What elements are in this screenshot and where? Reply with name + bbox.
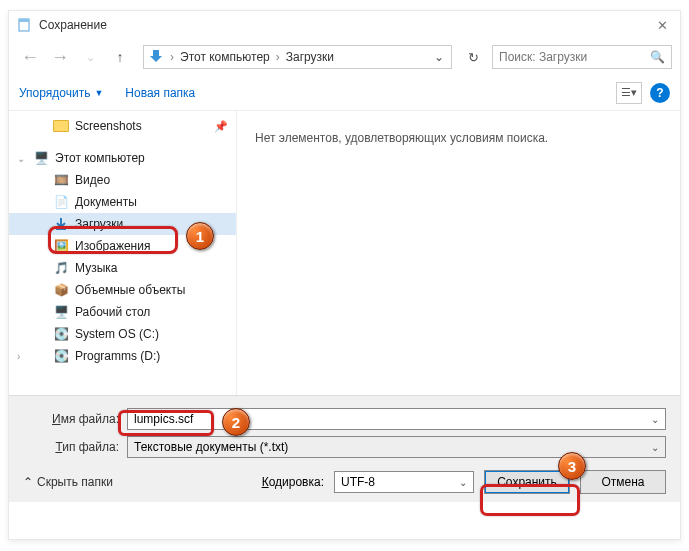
filetype-select[interactable]: Текстовые документы (*.txt) ⌄: [127, 436, 666, 458]
chevron-down-icon: ▼: [94, 88, 103, 98]
encoding-select[interactable]: UTF-8 ⌄: [334, 471, 474, 493]
help-button[interactable]: ?: [650, 83, 670, 103]
toolbar: Упорядочить ▼ Новая папка ☰▾ ?: [9, 75, 680, 111]
window-title: Сохранение: [39, 18, 107, 32]
hide-folders-toggle[interactable]: ⌃ Скрыть папки: [23, 475, 113, 489]
folder-tree: Screenshots 📌 ⌄ 🖥️ Этот компьютер 🎞️ Вид…: [9, 111, 237, 395]
cancel-button[interactable]: Отмена: [580, 470, 666, 494]
chevron-down-icon[interactable]: ⌄: [645, 442, 659, 453]
chevron-up-icon: ⌃: [23, 475, 33, 489]
forward-button[interactable]: →: [47, 44, 73, 70]
empty-message: Нет элементов, удовлетворяющих условиям …: [255, 131, 548, 145]
path-root[interactable]: Этот компьютер: [180, 50, 270, 64]
filename-label: Имя файла:: [23, 412, 119, 426]
dialog-body: Screenshots 📌 ⌄ 🖥️ Этот компьютер 🎞️ Вид…: [9, 111, 680, 395]
tree-item-system-os[interactable]: 💽 System OS (C:): [9, 323, 236, 345]
drive-icon: 💽: [53, 349, 69, 363]
chevron-down-icon[interactable]: ⌄: [645, 414, 659, 425]
close-button[interactable]: ✕: [652, 15, 672, 35]
pin-icon: 📌: [214, 120, 228, 133]
filetype-row: Тип файла: Текстовые документы (*.txt) ⌄: [23, 436, 666, 458]
encoding-label: Кодировка:: [262, 475, 324, 489]
recent-dropdown[interactable]: ⌄: [77, 44, 103, 70]
documents-icon: 📄: [53, 195, 69, 209]
filename-input[interactable]: lumpics.scf ⌄: [127, 408, 666, 430]
back-button[interactable]: ←: [17, 44, 43, 70]
search-input[interactable]: Поиск: Загрузки 🔍: [492, 45, 672, 69]
button-row: ⌃ Скрыть папки Кодировка: UTF-8 ⌄ Сохран…: [23, 470, 666, 494]
tree-item-screenshots[interactable]: Screenshots 📌: [9, 115, 236, 137]
pictures-icon: 🖼️: [53, 239, 69, 253]
dialog-footer: Имя файла: lumpics.scf ⌄ Тип файла: Текс…: [9, 395, 680, 502]
titlebar: Сохранение ✕: [9, 11, 680, 39]
path-current[interactable]: Загрузки: [286, 50, 334, 64]
refresh-button[interactable]: ↻: [462, 46, 484, 68]
folder-icon: [53, 120, 69, 132]
desktop-icon: 🖥️: [53, 305, 69, 319]
organize-button[interactable]: Упорядочить ▼: [19, 86, 103, 100]
svg-rect-1: [19, 19, 29, 22]
save-dialog: Сохранение ✕ ← → ⌄ ↑ › Этот компьютер › …: [8, 10, 681, 540]
tree-item-pictures[interactable]: 🖼️ Изображения: [9, 235, 236, 257]
down-arrow-icon: [148, 48, 164, 67]
tree-item-programms[interactable]: › 💽 Programms (D:): [9, 345, 236, 367]
chevron-down-icon: ⌄: [17, 153, 25, 164]
tree-item-video[interactable]: 🎞️ Видео: [9, 169, 236, 191]
video-icon: 🎞️: [53, 173, 69, 187]
tree-item-downloads[interactable]: Загрузки: [9, 213, 236, 235]
view-options-button[interactable]: ☰▾: [616, 82, 642, 104]
tree-item-music[interactable]: 🎵 Музыка: [9, 257, 236, 279]
save-button[interactable]: Сохранить: [484, 470, 570, 494]
search-icon: 🔍: [650, 50, 665, 64]
tree-item-3d[interactable]: 📦 Объемные объекты: [9, 279, 236, 301]
download-icon: [53, 217, 69, 231]
tree-item-desktop[interactable]: 🖥️ Рабочий стол: [9, 301, 236, 323]
music-icon: 🎵: [53, 261, 69, 275]
address-dropdown[interactable]: ⌄: [431, 50, 447, 64]
nav-row: ← → ⌄ ↑ › Этот компьютер › Загрузки ⌄ ↻ …: [9, 39, 680, 75]
up-button[interactable]: ↑: [107, 44, 133, 70]
drive-icon: 💽: [53, 327, 69, 341]
chevron-right-icon: ›: [17, 351, 20, 362]
notepad-icon: [17, 17, 33, 33]
tree-item-this-pc[interactable]: ⌄ 🖥️ Этот компьютер: [9, 147, 236, 169]
new-folder-button[interactable]: Новая папка: [125, 86, 195, 100]
chevron-right-icon: ›: [170, 50, 174, 64]
address-bar[interactable]: › Этот компьютер › Загрузки ⌄: [143, 45, 452, 69]
search-placeholder: Поиск: Загрузки: [499, 50, 587, 64]
chevron-right-icon: ›: [276, 50, 280, 64]
objects3d-icon: 📦: [53, 283, 69, 297]
chevron-down-icon[interactable]: ⌄: [459, 477, 467, 488]
filename-row: Имя файла: lumpics.scf ⌄: [23, 408, 666, 430]
pc-icon: 🖥️: [33, 151, 49, 165]
tree-item-documents[interactable]: 📄 Документы: [9, 191, 236, 213]
file-list-area: Нет элементов, удовлетворяющих условиям …: [237, 111, 680, 395]
filetype-label: Тип файла:: [23, 440, 119, 454]
